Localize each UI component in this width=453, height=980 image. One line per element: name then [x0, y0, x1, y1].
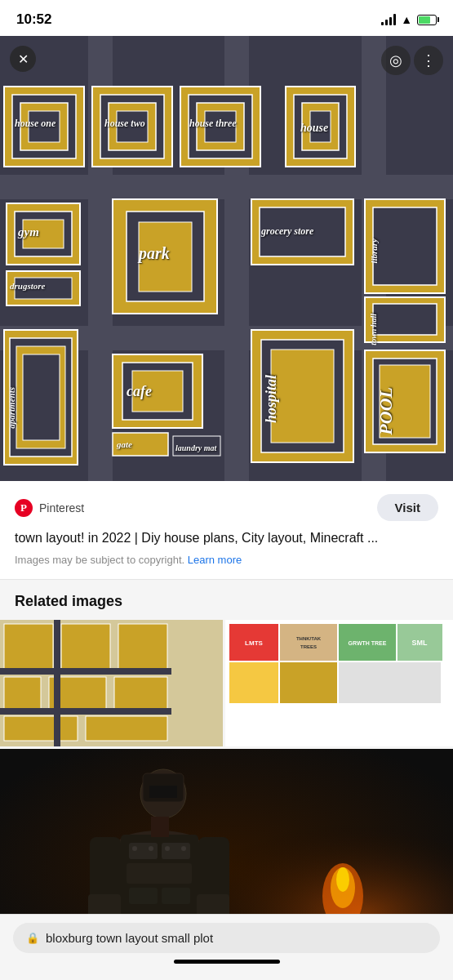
- svg-rect-55: [4, 677, 41, 710]
- label-grocery-store: grocery store: [261, 225, 313, 238]
- camera-icon: ◎: [389, 51, 402, 69]
- label-house-three: house three: [189, 118, 237, 130]
- svg-rect-53: [61, 624, 110, 669]
- related-row-top: LMTS THNK/TAK TREES GRWTH TREE SML: [0, 620, 453, 749]
- svg-rect-47: [271, 350, 334, 443]
- battery-icon: [417, 15, 437, 25]
- source-row: P Pinterest Visit: [15, 494, 438, 521]
- svg-rect-69: [280, 662, 337, 703]
- related-images-title: Related images: [0, 593, 453, 620]
- visit-button[interactable]: Visit: [377, 494, 438, 521]
- search-bar-container: 🔒 bloxburg town layout small plot: [0, 914, 453, 980]
- more-icon: ⋮: [421, 51, 436, 69]
- svg-text:THNK/TAK: THNK/TAK: [296, 636, 322, 641]
- label-town-hall: town hall: [369, 314, 378, 345]
- search-bar[interactable]: 🔒 bloxburg town layout small plot: [13, 923, 440, 953]
- status-icons: ▲: [381, 13, 437, 26]
- label-laundry-mat: laundry mat: [175, 443, 216, 452]
- close-icon: ✕: [18, 51, 29, 67]
- status-time: 10:52: [16, 11, 51, 28]
- home-indicator: [174, 960, 280, 964]
- label-house-one: house one: [15, 118, 56, 130]
- svg-rect-85: [127, 863, 192, 884]
- svg-rect-54: [118, 624, 167, 669]
- svg-text:SML: SML: [412, 639, 429, 647]
- svg-point-88: [132, 846, 137, 851]
- svg-point-90: [165, 846, 170, 851]
- label-hospital: hospital: [263, 375, 280, 423]
- svg-rect-39: [23, 354, 60, 440]
- pinterest-logo: P: [15, 499, 33, 517]
- status-bar: 10:52 ▲: [0, 0, 453, 36]
- svg-rect-83: [129, 843, 158, 859]
- camera-button[interactable]: ◎: [381, 46, 411, 75]
- related-thumb-1[interactable]: [0, 620, 223, 746]
- svg-rect-86: [129, 888, 158, 904]
- source-name: Pinterest: [39, 501, 84, 514]
- wifi-icon: ▲: [401, 13, 412, 26]
- lock-icon: 🔒: [26, 932, 39, 944]
- main-image: house one house two house three house gy…: [0, 36, 453, 481]
- svg-rect-33: [373, 207, 437, 285]
- battery-fill: [419, 16, 430, 24]
- svg-rect-65: [280, 624, 337, 661]
- source-left: P Pinterest: [15, 499, 84, 517]
- svg-point-89: [149, 846, 153, 851]
- menu-button[interactable]: ⋮: [414, 46, 443, 75]
- svg-text:LMTS: LMTS: [245, 639, 263, 647]
- label-cafe: cafe: [127, 383, 152, 400]
- svg-text:TREES: TREES: [300, 644, 317, 649]
- svg-rect-93: [90, 837, 121, 902]
- svg-rect-52: [4, 624, 53, 669]
- label-park: park: [139, 244, 170, 263]
- svg-rect-84: [162, 843, 190, 859]
- label-gate: gate: [117, 439, 132, 449]
- label-drugstore: drugstore: [10, 281, 45, 291]
- label-apartments: apartments: [7, 387, 16, 429]
- image-title: town layout! in 2022 | Diy house plans, …: [15, 529, 438, 547]
- svg-rect-59: [86, 716, 167, 741]
- svg-rect-70: [339, 662, 441, 703]
- related-thumb-2[interactable]: LMTS THNK/TAK TREES GRWTH TREE SML: [225, 620, 453, 746]
- svg-point-91: [181, 846, 186, 851]
- learn-more-link[interactable]: Learn more: [188, 554, 242, 566]
- svg-rect-94: [198, 837, 229, 902]
- thumb1-svg: [0, 620, 223, 746]
- svg-rect-87: [162, 888, 190, 904]
- signal-bars-icon: [381, 14, 396, 25]
- label-house-four: house: [300, 122, 328, 135]
- label-pool: POOL: [375, 387, 397, 435]
- label-house-two: house two: [104, 118, 145, 130]
- svg-point-101: [336, 867, 349, 892]
- town-map: house one house two house three house gy…: [0, 36, 453, 481]
- info-section: P Pinterest Visit town layout! in 2022 |…: [0, 481, 453, 580]
- svg-rect-68: [229, 662, 278, 703]
- copyright-note: Images may be subject to copyright. Lear…: [15, 554, 438, 566]
- svg-rect-80: [149, 786, 177, 798]
- svg-rect-57: [114, 677, 167, 710]
- thumb2-svg: LMTS THNK/TAK TREES GRWTH TREE SML: [228, 622, 451, 744]
- close-button[interactable]: ✕: [10, 46, 36, 72]
- label-library: library: [369, 238, 379, 264]
- label-gym: gym: [18, 225, 39, 239]
- svg-text:GRWTH TREE: GRWTH TREE: [349, 640, 387, 646]
- svg-rect-92: [151, 817, 169, 837]
- svg-rect-35: [373, 304, 437, 335]
- search-query: bloxburg town layout small plot: [46, 931, 427, 945]
- svg-rect-58: [4, 716, 78, 741]
